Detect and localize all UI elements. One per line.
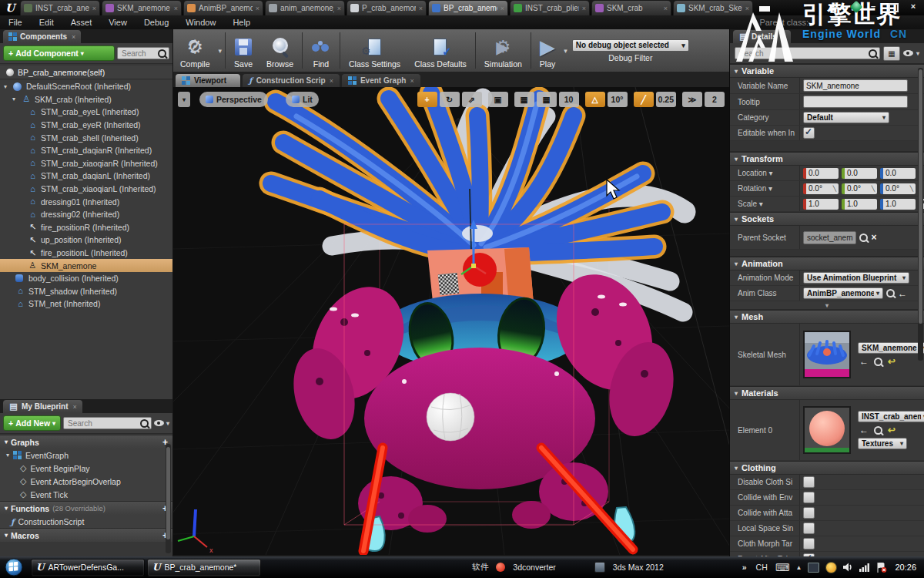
close-icon[interactable]: ×: [256, 5, 259, 12]
local-space-checkbox[interactable]: [803, 523, 815, 534]
rotation-z-field[interactable]: 0.0°╲: [880, 183, 916, 194]
parent-socket-value[interactable]: socket_anem: [803, 231, 856, 244]
update-tray-icon[interactable]: [825, 562, 837, 573]
materials-section-header[interactable]: ▾Materials: [730, 386, 924, 400]
close-icon[interactable]: ×: [582, 5, 586, 12]
material-select[interactable]: INST_crab_anem▾: [858, 411, 924, 422]
use-selected-icon[interactable]: ←: [898, 288, 907, 299]
skeletal-mesh-select[interactable]: SKM_anemone▾: [858, 342, 924, 354]
lit-mode-button[interactable]: Lit: [286, 92, 319, 107]
task-artowerdefense[interactable]: UARTowerDefensGa...: [31, 559, 145, 576]
component-row-skm-anemone-selected[interactable]: ♙SKM_anemone: [0, 259, 172, 272]
details-search-input[interactable]: [738, 49, 869, 59]
clothing-section-header[interactable]: ▾Clothing: [730, 461, 924, 475]
browse-button[interactable]: Browse: [259, 29, 300, 72]
class-settings-button[interactable]: ⚙ Class Settings: [342, 29, 407, 72]
close-icon[interactable]: ×: [330, 77, 333, 85]
close-icon[interactable]: ×: [419, 5, 423, 12]
close-icon[interactable]: ×: [92, 5, 96, 12]
grid-snap-button[interactable]: ▦: [537, 92, 557, 107]
use-selected-icon[interactable]: ←: [859, 425, 869, 435]
doc-tab-animbp-anemone[interactable]: AnimBP_anemor×: [183, 0, 263, 15]
clock[interactable]: 20:26: [895, 563, 916, 572]
event-tick-row[interactable]: ◇Event Tick: [0, 488, 172, 501]
browse-to-asset-icon[interactable]: [874, 358, 882, 366]
compile-button[interactable]: ⚙? Compile: [173, 29, 217, 72]
language-indicator[interactable]: CH: [756, 563, 768, 572]
browse-to-asset-icon[interactable]: [886, 289, 895, 297]
rotation-snap-button[interactable]: △: [585, 92, 605, 107]
animation-advanced-expander[interactable]: ▾: [730, 301, 924, 310]
component-row-body-collision[interactable]: body_collision (Inherited): [0, 272, 172, 285]
menu-window[interactable]: Window: [177, 18, 224, 27]
camera-speed-value[interactable]: 2: [705, 92, 725, 107]
sockets-section-header[interactable]: ▾Sockets: [730, 212, 924, 226]
chevron-down-icon[interactable]: ▾: [166, 420, 169, 427]
rotation-label[interactable]: Rotation ▾: [730, 184, 799, 193]
3dsmax-app-label[interactable]: 3ds Max 2012: [613, 563, 664, 572]
rotation-x-field[interactable]: 0.0°╲: [803, 183, 839, 194]
find-button[interactable]: Find: [304, 29, 338, 72]
component-row-eyel[interactable]: ⌂STM_crab_eyeL (Inherited): [0, 106, 172, 119]
keyboard-icon[interactable]: ⌨: [775, 562, 790, 573]
camera-speed-button[interactable]: ≫: [682, 92, 702, 107]
close-icon[interactable]: ×: [73, 403, 77, 411]
grid-snap-value[interactable]: 10: [559, 92, 579, 107]
doc-tab-skm-crab[interactable]: SKM_crab×: [591, 0, 671, 15]
components-tab[interactable]: Components×: [3, 30, 81, 43]
3dsmax-app-icon[interactable]: [594, 562, 605, 573]
action-center-flag-icon[interactable]: [876, 563, 887, 573]
maximize-button[interactable]: [886, 2, 901, 12]
scale-label[interactable]: Scale ▾: [730, 200, 799, 208]
scale-tool-button[interactable]: ⇗: [462, 92, 482, 107]
menu-help[interactable]: Help: [224, 18, 259, 27]
editable-checkbox[interactable]: [803, 127, 815, 139]
component-row-fire-positionr[interactable]: ↖fire_positionR (Inherited): [0, 221, 172, 234]
world-local-toggle-button[interactable]: ▣: [488, 92, 508, 107]
add-new-button[interactable]: +Add New▾: [3, 415, 61, 431]
collide-env-checkbox[interactable]: [803, 492, 815, 503]
my-blueprint-scrollbar[interactable]: [166, 444, 171, 553]
event-actorbeginoverlap-row[interactable]: ◇Event ActorBeginOverlap: [0, 475, 172, 488]
menu-edit[interactable]: Edit: [31, 18, 62, 27]
close-icon[interactable]: ×: [230, 77, 234, 85]
location-label[interactable]: Location ▾: [730, 169, 799, 177]
details-scrollbar[interactable]: [918, 68, 923, 361]
rotation-y-field[interactable]: 0.0°╲: [842, 183, 877, 194]
components-search[interactable]: [117, 47, 169, 59]
collide-attached-checkbox[interactable]: [803, 507, 815, 519]
textures-button[interactable]: Textures▾: [858, 438, 907, 449]
doc-tab-inst-crab-pliers[interactable]: INST_crab_pliers×: [510, 0, 590, 15]
notebook-tray-icon[interactable]: [808, 563, 819, 573]
close-icon[interactable]: ×: [664, 5, 668, 12]
animation-mode-select[interactable]: Use Animation Blueprint▾: [803, 272, 909, 284]
doc-tab-skm-crab-skele[interactable]: SKM_crab_Skele×: [673, 0, 753, 15]
skeletal-mesh-thumbnail[interactable]: [803, 331, 851, 378]
close-icon[interactable]: ×: [410, 77, 413, 85]
component-row-daqianr[interactable]: ⌂STM_crab_daqianR (Inherited): [0, 144, 172, 157]
property-matrix-button[interactable]: ▦: [883, 46, 900, 61]
component-row-daqianl[interactable]: ⌂STM_crab_daqianL (Inherited): [0, 170, 172, 183]
scale-snap-button[interactable]: ╱: [634, 92, 654, 107]
component-row-stm-shadow[interactable]: ⌂STM_shadow (Inherited): [0, 285, 172, 298]
tab-construction-script[interactable]: ƒConstruction Scrip×: [243, 74, 340, 87]
macros-section-header[interactable]: ▾Macros+: [0, 528, 172, 542]
tray-expand-icon[interactable]: ▲: [796, 564, 802, 571]
component-row-shell[interactable]: ⌂STM_crab_shell (Inherited): [0, 131, 172, 144]
construction-script-row[interactable]: ƒConstructionScript: [0, 515, 172, 528]
visibility-filter-icon[interactable]: [154, 420, 164, 426]
start-button[interactable]: [5, 558, 23, 576]
close-icon[interactable]: ×: [337, 5, 341, 12]
reset-to-default-icon[interactable]: ↩: [888, 356, 896, 367]
component-row-eyer[interactable]: ⌂STM_crab_eyeR (Inherited): [0, 119, 172, 132]
tab-event-graph[interactable]: Event Graph×: [342, 74, 420, 87]
minimize-button[interactable]: –: [865, 2, 881, 12]
rotate-tool-button[interactable]: ↻: [440, 92, 460, 107]
component-row-skm-crab[interactable]: ▾♙SKM_crab (Inherited): [0, 93, 172, 106]
variable-name-field[interactable]: [803, 79, 908, 92]
chevron-down-icon[interactable]: ▾: [916, 50, 919, 57]
simulation-button[interactable]: ⚙▶ Simulation: [477, 29, 529, 72]
my-blueprint-search[interactable]: [63, 417, 152, 429]
doc-tab-anim-anemone[interactable]: anim_anemone_×: [265, 0, 345, 15]
component-row-dressing01[interactable]: ⌂dressing01 (Inherited): [0, 195, 172, 208]
